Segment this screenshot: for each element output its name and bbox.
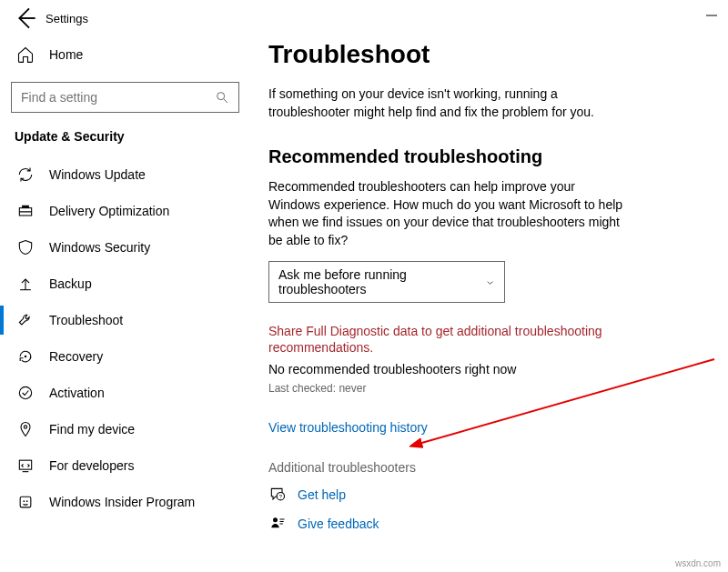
svg-point-7 xyxy=(19,386,31,398)
troubleshoot-icon xyxy=(16,311,35,329)
search-input[interactable] xyxy=(11,82,239,113)
recovery-icon xyxy=(16,347,35,366)
back-button[interactable] xyxy=(11,4,40,33)
svg-line-2 xyxy=(224,99,228,103)
get-help-icon: ? xyxy=(268,486,287,504)
last-checked-text: Last checked: never xyxy=(268,382,710,395)
sidebar-item-label: Windows Insider Program xyxy=(49,495,195,509)
sidebar-item-label: Troubleshoot xyxy=(49,313,123,327)
svg-point-1 xyxy=(217,93,225,100)
activation-icon xyxy=(16,384,35,402)
delivery-icon xyxy=(16,202,35,220)
sidebar-item-label: Activation xyxy=(49,386,105,400)
home-icon xyxy=(16,45,35,64)
sidebar-item-windows-update[interactable]: Windows Update xyxy=(11,156,239,193)
recommended-text: Recommended troubleshooters can help imp… xyxy=(268,178,623,249)
recommended-heading: Recommended troubleshooting xyxy=(268,146,710,167)
sync-icon xyxy=(16,166,35,184)
sidebar-item-activation[interactable]: Activation xyxy=(11,375,239,411)
sidebar-item-for-developers[interactable]: For developers xyxy=(11,447,239,484)
sidebar-item-label: Recovery xyxy=(49,349,103,364)
troubleshoot-frequency-dropdown[interactable]: Ask me before running troubleshooters xyxy=(268,261,505,303)
sidebar-item-label: For developers xyxy=(49,458,134,473)
diagnostic-warning: Share Full Diagnostic data to get additi… xyxy=(268,323,614,357)
get-help-link[interactable]: Get help xyxy=(298,487,346,502)
sidebar-item-backup[interactable]: Backup xyxy=(11,266,239,302)
svg-point-6 xyxy=(25,356,27,358)
developer-icon xyxy=(16,457,35,475)
location-icon xyxy=(16,420,35,438)
main-content: Troubleshoot If something on your device… xyxy=(250,36,728,572)
page-title: Troubleshoot xyxy=(268,40,710,69)
shield-icon xyxy=(16,238,35,256)
insider-icon xyxy=(16,493,35,511)
additional-troubleshooters-link[interactable]: Additional troubleshooters xyxy=(268,460,710,475)
sidebar-item-troubleshoot[interactable]: Troubleshoot xyxy=(11,302,239,338)
sidebar-item-label: Windows Update xyxy=(49,167,146,182)
sidebar-item-label: Delivery Optimization xyxy=(49,204,169,218)
sidebar-item-label: Backup xyxy=(49,276,92,291)
chevron-down-icon xyxy=(485,276,495,287)
sidebar-section-title: Update & Security xyxy=(11,129,239,144)
svg-point-13 xyxy=(26,500,28,502)
search-icon xyxy=(215,90,229,105)
svg-rect-9 xyxy=(19,460,31,469)
sidebar-item-find-my-device[interactable]: Find my device xyxy=(11,411,239,447)
svg-point-12 xyxy=(24,500,25,502)
intro-text: If something on your device isn't workin… xyxy=(268,85,623,121)
backup-icon xyxy=(16,275,35,293)
app-title: Settings xyxy=(46,12,88,25)
svg-point-16 xyxy=(273,518,278,523)
dropdown-value: Ask me before running troubleshooters xyxy=(278,267,485,296)
sidebar-item-windows-insider[interactable]: Windows Insider Program xyxy=(11,484,239,520)
sidebar-item-windows-security[interactable]: Windows Security xyxy=(11,229,239,266)
sidebar-item-label: Windows Security xyxy=(49,240,150,255)
history-link[interactable]: View troubleshooting history xyxy=(268,420,710,435)
sidebar-item-home[interactable]: Home xyxy=(11,36,239,73)
sidebar-item-label: Find my device xyxy=(49,422,135,437)
watermark: wsxdn.com xyxy=(675,558,721,568)
sidebar-item-label: Home xyxy=(49,47,83,62)
feedback-icon xyxy=(268,515,287,533)
sidebar: Home Update & Security Windows Update De… xyxy=(0,36,250,572)
minimize-button[interactable] xyxy=(706,9,717,24)
search-field[interactable] xyxy=(21,90,215,105)
sidebar-item-recovery[interactable]: Recovery xyxy=(11,338,239,375)
svg-point-8 xyxy=(24,426,26,428)
give-feedback-link[interactable]: Give feedback xyxy=(298,517,379,531)
no-recommended-text: No recommended troubleshooters right now xyxy=(268,362,710,376)
sidebar-item-delivery-optimization[interactable]: Delivery Optimization xyxy=(11,193,239,229)
svg-rect-11 xyxy=(20,497,31,507)
